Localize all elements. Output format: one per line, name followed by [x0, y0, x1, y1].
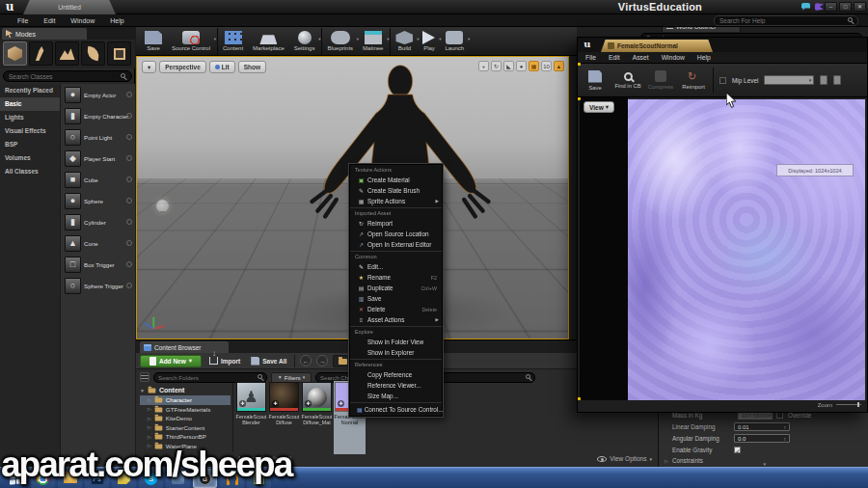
placeable-item[interactable]: ▮ Empty Character	[61, 105, 135, 126]
translate-tool-icon[interactable]: +	[478, 61, 489, 71]
save-button[interactable]: Save	[582, 70, 609, 91]
foliage-mode-button[interactable]	[81, 41, 105, 66]
menu-item[interactable]: Help	[110, 17, 123, 24]
find-in-cb-button[interactable]: Find in CB	[614, 72, 641, 89]
mip-level-dropdown[interactable]	[764, 75, 814, 85]
menu-item[interactable]: Window	[662, 54, 685, 61]
point-light-bulb[interactable]	[156, 200, 169, 212]
menu-item[interactable]: Edit	[609, 54, 620, 61]
toolbar-button[interactable]: Build ▾	[390, 28, 418, 55]
expand-icon[interactable]: ▷	[148, 424, 151, 430]
camera-speed-icon[interactable]: ▲	[554, 61, 564, 71]
placeable-item[interactable]: ● Empty Actor	[61, 84, 135, 105]
geometry-mode-button[interactable]	[107, 41, 131, 66]
show-flags-button[interactable]: Show	[238, 61, 266, 73]
context-menu-item[interactable]: Save	[350, 293, 442, 304]
context-menu-item[interactable]: Show in Explorer	[350, 347, 442, 358]
menu-item[interactable]: File	[585, 54, 596, 61]
place-mode-button[interactable]	[3, 41, 27, 66]
category-item[interactable]: Lights	[0, 111, 60, 124]
mip-decrement-button[interactable]	[820, 75, 827, 85]
menu-item[interactable]: Help	[697, 54, 711, 61]
placeable-item[interactable]: ● Sphere	[61, 190, 135, 211]
asset-thumbnail[interactable]	[269, 382, 299, 412]
rotate-tool-icon[interactable]: ↻	[491, 61, 502, 71]
minimize-button[interactable]: –	[825, 2, 837, 12]
folder-root[interactable]: ▼ Content	[140, 385, 231, 395]
placeable-item[interactable]: ▲ Cone	[61, 232, 135, 254]
zoom-slider[interactable]	[836, 404, 861, 405]
back-button[interactable]: ←	[300, 355, 312, 366]
menu-item[interactable]: Edit	[43, 17, 55, 24]
expand-icon[interactable]: ▷	[148, 434, 151, 440]
context-menu-item[interactable]: Create Slate Brush	[350, 185, 442, 196]
toolbar-button[interactable]: Source Control ▾	[167, 28, 215, 55]
toolbar-button[interactable]: Launch ▾	[440, 28, 469, 55]
mip-level-checkbox[interactable]	[719, 77, 726, 84]
toolbar-button[interactable]: Save	[140, 28, 167, 55]
import-button[interactable]: Import	[206, 355, 243, 367]
menu-item[interactable]: Asset	[633, 54, 649, 61]
stepper-icon[interactable]: ↕	[784, 436, 787, 442]
help-search-input[interactable]	[714, 15, 858, 26]
toolbar-button[interactable]: Blueprints ▾	[321, 28, 358, 55]
folder-item[interactable]: ▷ KiteDemo	[140, 414, 231, 423]
expand-icon[interactable]: ▷	[148, 416, 151, 421]
tab-texture-asset[interactable]: FemaleScoutNormal	[601, 40, 713, 52]
chevron-down-icon[interactable]: ▾	[468, 37, 470, 41]
texture-preview[interactable]: Displayed: 1024x1024	[628, 99, 865, 400]
enable-gravity-checkbox[interactable]	[734, 447, 741, 453]
view-options-button[interactable]: View Options ▾	[597, 455, 652, 462]
save-all-button[interactable]: Save All	[248, 355, 289, 367]
view-dropdown-button[interactable]: View ▾	[583, 101, 614, 113]
asset-item[interactable]: FemaleScout Blender	[235, 381, 267, 454]
linear-damping-input[interactable]: 0.01↕	[734, 422, 790, 431]
context-menu-item[interactable]: Asset Actions ▶	[350, 314, 442, 325]
asset-thumbnail[interactable]	[236, 382, 266, 412]
toolbar-button[interactable]: Play ▾	[418, 28, 440, 55]
context-menu-item[interactable]: Edit...	[350, 261, 442, 272]
collapse-sources-icon[interactable]	[140, 372, 149, 382]
expand-icon[interactable]: ▷	[148, 406, 151, 412]
category-item[interactable]: Volumes	[0, 151, 60, 165]
menu-item[interactable]: Window	[70, 17, 95, 24]
project-tab[interactable]: Untitled	[23, 0, 116, 14]
asset-item[interactable]: FemaleScout Diffuse	[268, 381, 300, 454]
context-menu-item[interactable]: Reimport	[350, 218, 442, 229]
reimport-button[interactable]: ↻ Reimport	[680, 70, 707, 90]
placeable-item[interactable]: ○ Point Light	[61, 126, 135, 148]
grid-snap-icon[interactable]: ▦	[529, 61, 539, 71]
context-menu-item[interactable]: Open In External Editor	[350, 239, 442, 250]
context-menu-item[interactable]: Show in Folder View	[350, 337, 442, 347]
tab-modes[interactable]: Modes	[2, 28, 87, 40]
context-menu-item[interactable]: Sprite Actions ▶	[350, 196, 442, 206]
context-menu-item[interactable]: Copy Reference	[350, 369, 442, 380]
toolbar-button[interactable]: Settings ▾	[289, 28, 320, 55]
toolbar-button[interactable]: Content	[217, 28, 248, 55]
angular-damping-input[interactable]: 0.0↕	[734, 434, 790, 443]
landscape-mode-button[interactable]	[55, 41, 79, 66]
paint-mode-button[interactable]	[29, 41, 53, 66]
mip-increment-button[interactable]	[833, 75, 841, 85]
category-item[interactable]: All Classes	[0, 165, 60, 178]
context-menu-item[interactable]: Delete Delete	[350, 304, 442, 314]
asset-thumbnail[interactable]	[302, 382, 332, 412]
folder-item[interactable]: ▷ StarterContent	[140, 423, 231, 433]
world-coord-icon[interactable]: ●	[516, 61, 527, 71]
context-menu-item[interactable]: Duplicate Ctrl+W	[350, 283, 442, 293]
viewport-options-button[interactable]: ▾	[142, 61, 156, 73]
classes-search-input[interactable]	[3, 70, 132, 82]
override-checkbox[interactable]	[776, 412, 783, 419]
placeable-item[interactable]: ▮ Cylinder	[61, 211, 135, 232]
splitter[interactable]	[232, 383, 233, 452]
context-menu-item[interactable]: Open Source Location	[350, 229, 442, 239]
folder-item[interactable]: ▷ ThirdPersonBP	[140, 432, 231, 442]
context-menu-item[interactable]: Create Material	[350, 175, 442, 185]
category-item[interactable]: Basic	[0, 97, 60, 111]
folder-item[interactable]: ▷ GTFreeMaterials	[140, 405, 231, 415]
close-button[interactable]: ✕	[854, 2, 866, 12]
chevron-down-icon[interactable]: ▾	[214, 37, 216, 41]
scale-tool-icon[interactable]: ◣	[503, 61, 514, 71]
camera-mode-button[interactable]: Perspective	[159, 61, 206, 73]
chevron-down-icon[interactable]: ▾	[387, 37, 389, 41]
